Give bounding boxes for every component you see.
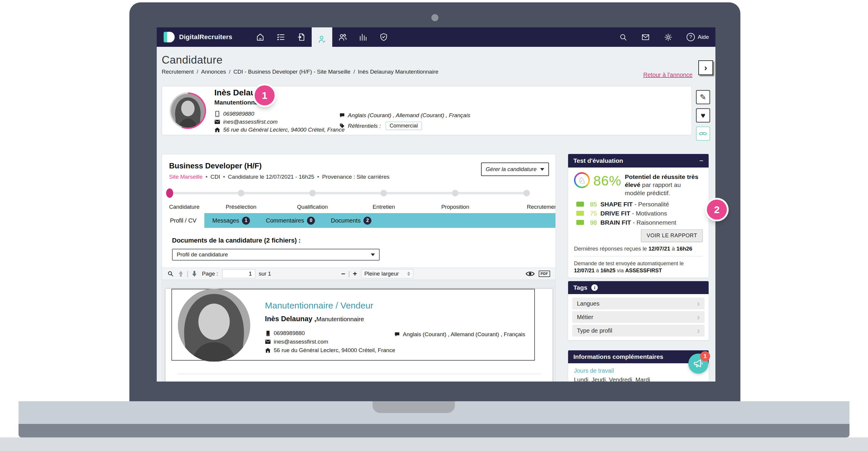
shape-fit-color-square bbox=[576, 202, 584, 207]
stage-label-qualification: Qualification bbox=[297, 204, 328, 210]
info-icon[interactable]: i bbox=[591, 284, 598, 291]
next-page-icon[interactable] bbox=[191, 271, 197, 277]
nav-statistics[interactable] bbox=[353, 27, 373, 47]
meta-separator: • bbox=[317, 174, 319, 180]
chevron-right-icon: › bbox=[697, 301, 700, 306]
favorite-candidate-button[interactable]: ♥ bbox=[696, 108, 710, 122]
preview-eye-icon[interactable] bbox=[526, 271, 534, 277]
tags-header-label: Tags bbox=[574, 284, 587, 291]
collapse-icon[interactable]: − bbox=[699, 157, 703, 165]
checklist-icon bbox=[276, 33, 285, 41]
caret-down-icon bbox=[371, 253, 375, 256]
chevron-right-icon: › bbox=[697, 328, 700, 334]
tag-row-metier[interactable]: Métier › bbox=[572, 311, 705, 323]
back-to-ad-link[interactable]: Retour à l'annonce bbox=[643, 72, 692, 78]
page-title: Candidature bbox=[162, 54, 710, 66]
work-days-label[interactable]: Jours de travail bbox=[574, 367, 703, 374]
toolbar-divider: | bbox=[348, 270, 350, 278]
tab-profil-label: Profil / CV bbox=[170, 217, 196, 224]
fit-row-shape: 85 SHAPE FIT - Personalité bbox=[576, 200, 703, 208]
stage-dot-qualification[interactable] bbox=[309, 190, 316, 196]
breadcrumb-recrutement[interactable]: Recrutement bbox=[162, 68, 194, 75]
stage-dot-candidature[interactable] bbox=[166, 189, 173, 198]
evaluation-panel-header: Test d'évaluation − bbox=[568, 154, 709, 168]
pencil-icon: ✎ bbox=[700, 93, 706, 102]
announcements-fab[interactable]: 1 bbox=[688, 354, 708, 373]
search-icon[interactable] bbox=[619, 33, 627, 41]
documents-heading: Documents de la candidature (2 fichiers)… bbox=[172, 237, 555, 244]
stage-label-recrutement: Recrutement bbox=[527, 204, 556, 210]
view-report-button[interactable]: VOIR LE RAPPORT bbox=[641, 229, 703, 242]
cv-contacts: 0698989880 ines@assessfirst.com bbox=[265, 330, 395, 354]
tag-row-type-profil[interactable]: Type de profil › bbox=[572, 325, 705, 337]
hire-candidate-button[interactable] bbox=[696, 126, 710, 141]
breadcrumb-annonce[interactable]: CDI - Business Developer (H/F) - Site Ma… bbox=[226, 68, 350, 75]
referentiel-chip[interactable]: Commercial bbox=[385, 121, 422, 130]
evaluation-potential: Potentiel de réussite très élevé par rap… bbox=[625, 173, 703, 197]
breadcrumb: Recrutement Annonces CDI - Business Deve… bbox=[162, 68, 710, 75]
additional-info-panel: Informations complémentaires ✎ Jours de … bbox=[568, 350, 709, 382]
tab-documents[interactable]: Documents 2 bbox=[323, 213, 379, 228]
tag-row-langues[interactable]: Langues › bbox=[572, 298, 705, 309]
stage-dot-entretien[interactable] bbox=[380, 190, 387, 196]
right-sidebar: Test d'évaluation − ♘ 86% Potentiel de r… bbox=[568, 154, 709, 382]
stage-dot-proposition[interactable] bbox=[452, 190, 458, 196]
nav-compliance[interactable] bbox=[373, 27, 394, 47]
brand-name: DigitalRecruiters bbox=[179, 33, 232, 41]
next-candidate-button[interactable]: › bbox=[698, 60, 713, 75]
help-button[interactable]: ? Aide bbox=[687, 33, 709, 41]
mobile-phone-icon bbox=[265, 331, 271, 336]
timeline-track: Candidature Présélection Qualification E… bbox=[170, 192, 527, 194]
work-days-value: Lundi, Jeudi, Vendredi, Mardi bbox=[574, 376, 703, 382]
page-number-input[interactable] bbox=[222, 270, 255, 278]
document-select[interactable]: Profil de candidature bbox=[172, 249, 380, 260]
stage-dot-preselection[interactable] bbox=[238, 190, 244, 196]
tag-type-profil-label: Type de profil bbox=[577, 327, 612, 334]
nav-people[interactable] bbox=[332, 27, 353, 47]
breadcrumb-annonces[interactable]: Annonces bbox=[194, 68, 226, 75]
candidate-header-row: Inès Delaunay Manutentionnaire 069898988… bbox=[162, 86, 711, 141]
bar-chart-icon bbox=[359, 33, 368, 41]
nav-candidates-active[interactable] bbox=[312, 27, 332, 52]
zoom-tool-icon[interactable] bbox=[167, 271, 174, 277]
zoom-in-button[interactable]: + bbox=[353, 270, 357, 278]
candidate-card: Inès Delaunay Manutentionnaire 069898988… bbox=[162, 86, 692, 135]
digitalrecruiters-logo-icon bbox=[163, 31, 176, 43]
handshake-icon bbox=[699, 130, 707, 137]
nav-tasks[interactable] bbox=[271, 27, 291, 47]
speech-bubble-icon bbox=[339, 113, 345, 118]
candidate-languages-row: Anglais (Courant) , Allemand (Courant) ,… bbox=[339, 112, 470, 119]
candidate-languages: Anglais (Courant) , Allemand (Courant) ,… bbox=[348, 112, 470, 119]
tab-commentaires-label: Commentaires bbox=[266, 217, 304, 224]
app-viewport: DigitalRecruiters bbox=[157, 27, 715, 382]
candidate-job-title: Manutentionnaire bbox=[214, 99, 345, 106]
cv-page: Manutentionnaire / Vendeur Inès Delaunay… bbox=[165, 289, 553, 382]
edit-candidate-button[interactable]: ✎ bbox=[696, 90, 710, 104]
settings-gear-icon[interactable] bbox=[664, 33, 673, 41]
tab-profil-cv[interactable]: Profil / CV bbox=[162, 213, 204, 228]
previous-page-icon[interactable] bbox=[178, 271, 184, 277]
page-label: Page : bbox=[202, 271, 218, 277]
heart-icon: ♥ bbox=[701, 111, 705, 120]
candidate-extra: Anglais (Courant) , Allemand (Courant) ,… bbox=[339, 112, 470, 130]
cv-languages-row: Anglais (Courant) , Allemand (Courant) ,… bbox=[394, 331, 525, 338]
tab-documents-label: Documents bbox=[331, 217, 361, 224]
documents-count-badge: 2 bbox=[364, 217, 371, 225]
download-pdf-icon[interactable]: PDF bbox=[539, 271, 551, 277]
stage-dot-recrutement[interactable] bbox=[523, 190, 530, 196]
cv-subtitle: Manutentionnaire bbox=[316, 316, 364, 322]
drive-fit-label: DRIVE FIT - Motivations bbox=[600, 210, 667, 217]
application-site[interactable]: Site Marseille bbox=[169, 174, 203, 180]
tab-commentaires[interactable]: Commentaires 0 bbox=[258, 213, 323, 228]
manage-application-button[interactable]: Gérer la candidature bbox=[481, 163, 549, 176]
nav-documents[interactable] bbox=[291, 27, 312, 47]
zoom-out-button[interactable]: − bbox=[341, 270, 345, 278]
brand-logo[interactable]: DigitalRecruiters bbox=[163, 27, 232, 47]
mail-icon[interactable] bbox=[641, 33, 650, 41]
tab-messages[interactable]: Messages 1 bbox=[204, 213, 258, 228]
evaluation-header-label: Test d'évaluation bbox=[574, 157, 623, 164]
nav-home[interactable] bbox=[250, 27, 271, 47]
fit-row-drive: 75 DRIVE FIT - Motivations bbox=[576, 209, 703, 217]
zoom-mode-select[interactable]: Pleine largeur bbox=[361, 269, 413, 279]
navbar-right: ? Aide bbox=[619, 27, 709, 47]
